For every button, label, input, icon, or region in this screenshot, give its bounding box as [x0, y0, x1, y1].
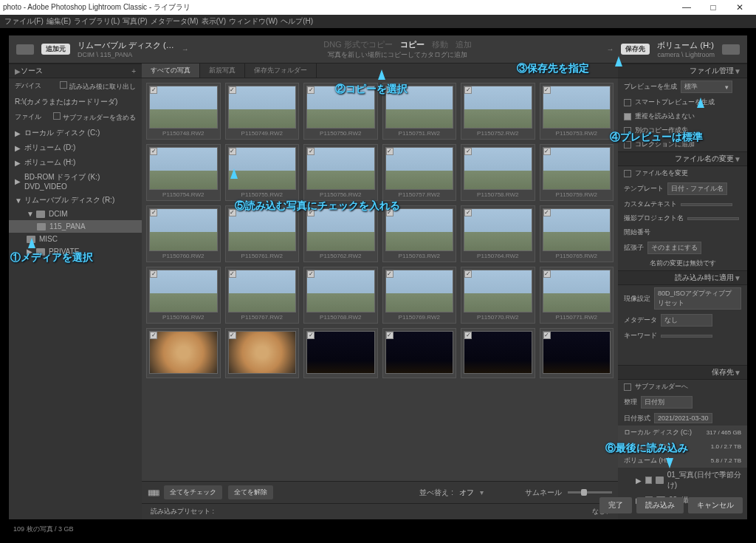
subfolder-dest-checkbox[interactable] [624, 383, 631, 391]
folder-dcim[interactable]: ▼DCIM [9, 208, 142, 220]
tab-dest-folder[interactable]: 保存先フォルダー [245, 64, 317, 78]
rename-checkbox[interactable] [624, 170, 631, 177]
thumbnail-checkbox[interactable]: ✓ [386, 86, 394, 94]
done-button[interactable]: 完了 [599, 497, 632, 513]
drive-d[interactable]: ▶ボリューム (D:) [9, 140, 142, 155]
folder-115pana[interactable]: 115_PANA [9, 220, 142, 233]
apply-header[interactable]: 読み込み時に適用 [624, 273, 734, 283]
thumbnail-checkbox[interactable]: ✓ [464, 148, 472, 155]
thumbnail-checkbox[interactable]: ✓ [386, 332, 394, 339]
thumbnail-cell[interactable]: ✓P1150759.RW2 [540, 144, 614, 201]
thumbnail-cell[interactable]: ✓P1150771.RW2 [540, 267, 614, 324]
folder-misc[interactable]: MISC [9, 233, 142, 245]
thumbnail-cell[interactable]: ✓P1150753.RW2 [540, 83, 614, 140]
copy-option[interactable]: コピー [400, 39, 425, 50]
thumbnail-cell[interactable]: ✓P1150749.RW2 [225, 83, 300, 140]
thumbnail-cell[interactable]: ✓P1150769.RW2 [382, 267, 457, 324]
thumbnail-checkbox[interactable]: ✓ [229, 86, 236, 94]
eject-checkbox[interactable] [60, 81, 67, 89]
thumbnail-cell[interactable]: ✓P1150751.RW2 [382, 83, 457, 140]
project-name-input[interactable] [687, 217, 739, 220]
thumbnail-checkbox[interactable]: ✓ [229, 332, 236, 339]
thumbnail-checkbox[interactable]: ✓ [464, 270, 472, 278]
menu-view[interactable]: 表示(V) [202, 16, 226, 27]
thumbnail-cell[interactable]: ✓P1150758.RW2 [461, 144, 535, 201]
thumbnail-cell[interactable]: ✓ [146, 328, 221, 378]
thumbnail-checkbox[interactable]: ✓ [307, 332, 315, 339]
tab-all-photos[interactable]: すべての写真 [142, 64, 200, 78]
thumbnail-checkbox[interactable]: ✓ [464, 332, 472, 339]
thumbnail-cell[interactable]: ✓P1150764.RW2 [461, 205, 535, 262]
menu-window[interactable]: ウィンドウ(W) [229, 16, 278, 27]
thumbnail-checkbox[interactable]: ✓ [464, 209, 472, 216]
dest-drive[interactable]: ボリューム (H:) [657, 40, 715, 51]
thumbnail-checkbox[interactable]: ✓ [386, 209, 394, 216]
minimize-button[interactable]: — [673, 0, 700, 15]
thumbnail-checkbox[interactable]: ✓ [386, 148, 394, 155]
copy-as-dng[interactable]: DNG 形式でコピー [323, 39, 393, 50]
thumbnail-cell[interactable]: ✓P1150761.RW2 [225, 205, 300, 262]
smart-preview-checkbox[interactable] [624, 99, 631, 106]
menu-edit[interactable]: 編集(E) [47, 16, 71, 27]
thumbnail-checkbox[interactable]: ✓ [386, 270, 394, 278]
thumbnail-cell[interactable]: ✓ [225, 328, 300, 378]
thumbnail-checkbox[interactable]: ✓ [229, 148, 236, 155]
menu-help[interactable]: ヘルプ(H) [281, 16, 313, 27]
thumbnail-cell[interactable]: ✓ [461, 328, 535, 378]
check-all-button[interactable]: 全てをチェック [164, 485, 222, 499]
custom-text-input[interactable] [681, 203, 732, 206]
drive-c[interactable]: ▶ローカル ディスク (C:) [9, 126, 142, 140]
thumbnail-cell[interactable]: ✓P1150756.RW2 [303, 144, 378, 201]
thumbnail-checkbox[interactable]: ✓ [229, 270, 236, 278]
card-reader-row[interactable]: R:\(カメラまたはカードリーダ) [9, 95, 142, 109]
menu-photo[interactable]: 写真(P) [123, 16, 147, 27]
keyword-input[interactable] [661, 335, 712, 338]
dest-drive-c[interactable]: ローカル ディスク (C:)317 / 465 GB [618, 426, 747, 440]
menu-library[interactable]: ライブラリ(L) [74, 16, 120, 27]
thumbnail-cell[interactable]: ✓P1150757.RW2 [382, 144, 457, 201]
move-option[interactable]: 移動 [432, 39, 448, 50]
menu-metadata[interactable]: メタデータ(M) [151, 16, 199, 27]
thumbnail-cell[interactable]: ✓P1150748.RW2 [146, 83, 221, 140]
thumbnail-cell[interactable]: ✓P1150770.RW2 [461, 267, 535, 324]
template-dropdown[interactable]: 日付 - ファイル名 [667, 182, 727, 195]
maximize-button[interactable]: □ [700, 0, 726, 15]
thumbnail-checkbox[interactable]: ✓ [150, 332, 157, 339]
thumbnail-checkbox[interactable]: ✓ [150, 270, 157, 278]
grid-view-icon[interactable]: ▦▦ [148, 488, 158, 496]
thumbnail-checkbox[interactable]: ✓ [307, 209, 315, 216]
thumbnail-checkbox[interactable]: ✓ [543, 86, 551, 94]
uncheck-all-button[interactable]: 全てを解除 [228, 485, 273, 499]
thumbnail-cell[interactable]: ✓P1150767.RW2 [225, 267, 300, 324]
menu-file[interactable]: ファイル(F) [4, 16, 44, 27]
close-button[interactable]: ✕ [726, 0, 753, 15]
thumbnail-cell[interactable]: ✓P1150750.RW2 [303, 83, 378, 140]
date-format-dropdown[interactable]: 2021/2021-03-30 [654, 413, 712, 423]
file-handling-header[interactable]: ファイル管理 [624, 66, 734, 76]
dest-drive-d[interactable]: ボリューム (D:)1.0 / 2.7 TB [618, 440, 747, 454]
develop-dropdown[interactable]: 80D_ISOアダプティブプリセット [654, 287, 741, 310]
thumbnail-cell[interactable]: ✓P1150752.RW2 [461, 83, 535, 140]
thumbnail-cell[interactable]: ✓P1150760.RW2 [146, 205, 221, 262]
thumbnail-checkbox[interactable]: ✓ [307, 148, 315, 155]
thumbnail-cell[interactable]: ✓P1150763.RW2 [382, 205, 457, 262]
cancel-button[interactable]: キャンセル [688, 497, 743, 513]
thumbnail-checkbox[interactable]: ✓ [543, 332, 551, 339]
thumbnail-cell[interactable]: ✓ [382, 328, 457, 378]
drive-h[interactable]: ▶ボリューム (H:) [9, 155, 142, 170]
subfolder-checkbox[interactable] [53, 112, 61, 120]
thumbnail-cell[interactable]: ✓ [303, 328, 378, 378]
thumbnail-cell[interactable]: ✓P1150755.RW2 [225, 144, 300, 201]
thumbnail-checkbox[interactable]: ✓ [543, 148, 551, 155]
thumbnail-checkbox[interactable]: ✓ [307, 270, 315, 278]
thumbnail-checkbox[interactable]: ✓ [543, 270, 551, 278]
rename-header[interactable]: ファイル名の変更 [624, 154, 734, 164]
thumbnail-cell[interactable]: ✓P1150765.RW2 [540, 205, 614, 262]
thumbnail-cell[interactable]: ✓P1150766.RW2 [146, 267, 221, 324]
dest-drive-h[interactable]: ボリューム (H:)5.8 / 7.2 TB [618, 454, 747, 468]
source-drive[interactable]: リムーバブル ディスク (… [78, 40, 174, 51]
thumbnail-cell[interactable]: ✓ [540, 328, 614, 378]
add-collection-checkbox[interactable] [624, 141, 631, 148]
import-button[interactable]: 読み込み [636, 497, 684, 513]
thumbnail-checkbox[interactable]: ✓ [464, 86, 472, 94]
